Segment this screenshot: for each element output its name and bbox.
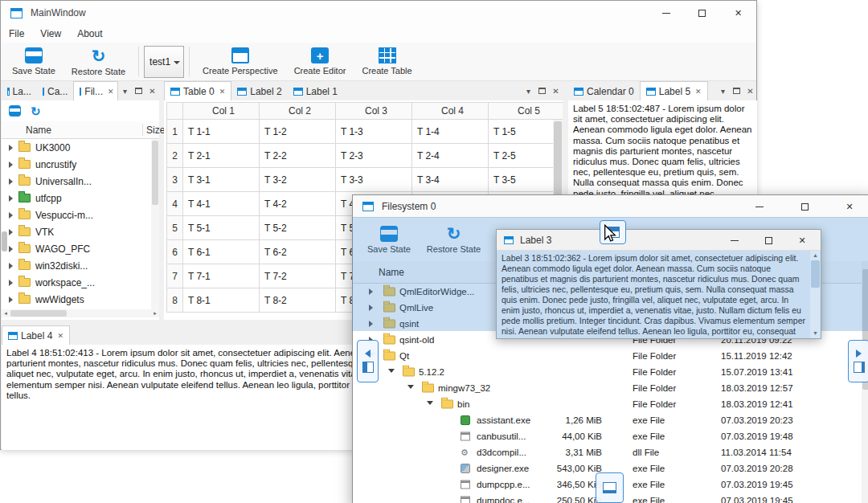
table-cell[interactable]: T 6-2 bbox=[260, 240, 336, 264]
main-titlebar[interactable]: MainWindow ✕ bbox=[1, 1, 756, 25]
tab-close-icon[interactable]: ✕ bbox=[57, 332, 63, 340]
scroll-down-icon[interactable]: ▼ bbox=[813, 329, 818, 338]
table-cell[interactable]: T 7-1 bbox=[183, 264, 260, 288]
maximize-button[interactable] bbox=[782, 195, 827, 218]
tree-item[interactable]: uncrustify bbox=[2, 156, 151, 173]
table-cell[interactable]: T 4-1 bbox=[183, 192, 260, 216]
minimize-button[interactable] bbox=[718, 230, 751, 251]
tree-item[interactable]: UK3000 bbox=[2, 139, 151, 156]
file-row[interactable]: mingw73_32File Folder18.03.2019 12:57 bbox=[353, 380, 862, 396]
table-cell[interactable]: T 2-5 bbox=[489, 144, 563, 168]
close-dock-icon[interactable]: ✕ bbox=[549, 87, 563, 96]
detach-dock-icon[interactable] bbox=[132, 88, 145, 94]
table-cell[interactable]: T 7-2 bbox=[260, 264, 336, 288]
tab-list-menu-icon[interactable]: ▾ bbox=[522, 87, 535, 96]
tab-filesystem[interactable]: Fil... ✕ bbox=[73, 81, 118, 100]
table-cell[interactable]: T 2-2 bbox=[260, 144, 336, 168]
expand-chevron-icon[interactable] bbox=[9, 263, 13, 269]
expand-chevron-icon[interactable] bbox=[9, 280, 13, 286]
restore-state-icon[interactable]: ↻ bbox=[31, 105, 41, 117]
drop-indicator-bottom[interactable] bbox=[596, 472, 624, 503]
column-header[interactable]: Col 1 bbox=[183, 102, 260, 120]
tree-item[interactable]: utfcpp bbox=[2, 190, 151, 207]
expand-chevron-icon[interactable] bbox=[9, 296, 13, 303]
create-table-button[interactable]: Create Table bbox=[354, 43, 420, 80]
row-header[interactable]: 5 bbox=[166, 216, 183, 240]
table-cell[interactable]: T 3-1 bbox=[183, 168, 260, 192]
tab-label-4[interactable]: Label 4 ✕ bbox=[2, 325, 70, 345]
expand-chevron-icon[interactable] bbox=[9, 178, 13, 185]
column-header-name[interactable]: Name bbox=[26, 125, 51, 136]
table-cell[interactable]: T 1-1 bbox=[183, 120, 260, 144]
table-cell[interactable]: T 2-4 bbox=[412, 144, 489, 168]
table-cell[interactable]: T 3-5 bbox=[489, 168, 563, 192]
close-button[interactable]: ✕ bbox=[827, 195, 868, 218]
horizontal-scrollbar[interactable]: ◂ ▸ bbox=[2, 309, 159, 317]
expand-chevron-icon[interactable] bbox=[9, 229, 13, 235]
column-header[interactable]: Col 5 bbox=[489, 102, 563, 120]
table-cell[interactable]: T 1-5 bbox=[489, 120, 563, 144]
tab-labels[interactable]: La... bbox=[2, 82, 37, 100]
scroll-left-icon[interactable]: ◂ bbox=[2, 309, 10, 317]
scrollbar-thumb[interactable] bbox=[2, 231, 7, 251]
row-header[interactable]: 4 bbox=[166, 192, 183, 216]
scrollbar-thumb[interactable] bbox=[152, 141, 158, 205]
column-header[interactable]: Col 2 bbox=[260, 102, 336, 120]
perspective-combobox[interactable]: test1 bbox=[144, 46, 184, 78]
tab-calendar-0[interactable]: Calendar 0 bbox=[568, 82, 640, 100]
filesystem-titlebar[interactable]: Filesystem 0 ✕ bbox=[353, 195, 868, 218]
menu-view[interactable]: View bbox=[32, 28, 69, 39]
table-cell[interactable]: T 1-4 bbox=[412, 120, 489, 144]
column-header[interactable]: Col 3 bbox=[336, 102, 412, 120]
expand-chevron-icon[interactable] bbox=[9, 195, 13, 202]
table-cell[interactable]: T 2-1 bbox=[183, 144, 260, 168]
drop-indicator-left[interactable] bbox=[357, 340, 379, 382]
save-state-button[interactable]: Save State bbox=[4, 43, 63, 80]
table-cell[interactable]: T 1-3 bbox=[336, 120, 412, 144]
table-cell[interactable]: T 5-1 bbox=[183, 216, 260, 240]
tab-close-icon[interactable]: ✕ bbox=[108, 88, 114, 96]
expand-chevron-icon[interactable] bbox=[407, 385, 414, 389]
drop-indicator-right[interactable] bbox=[848, 340, 868, 382]
table-cell[interactable]: T 3-4 bbox=[412, 168, 489, 192]
menu-about[interactable]: About bbox=[69, 28, 110, 39]
tab-table-0[interactable]: Table 0 ✕ bbox=[164, 81, 231, 100]
column-divider[interactable] bbox=[142, 124, 143, 136]
restore-state-button[interactable]: ↻ Restore State bbox=[63, 43, 133, 80]
column-header-size[interactable]: Size bbox=[146, 125, 165, 136]
scrollbar-thumb[interactable] bbox=[10, 310, 67, 317]
tree-item[interactable]: wwWidgets bbox=[2, 291, 151, 308]
file-row[interactable]: binFile Folder18.03.2019 12:41 bbox=[353, 396, 862, 412]
expand-chevron-icon[interactable] bbox=[388, 369, 395, 373]
file-row[interactable]: canbusutil...44,00 KiBexe File07.03.2019… bbox=[353, 428, 862, 444]
table-cell[interactable]: T 4-2 bbox=[260, 192, 336, 216]
table-cell[interactable]: T 3-2 bbox=[260, 168, 336, 192]
detach-dock-icon[interactable] bbox=[535, 88, 549, 94]
row-header[interactable]: 2 bbox=[166, 144, 183, 168]
tab-close-icon[interactable]: ✕ bbox=[695, 88, 702, 96]
file-row[interactable]: ⚙d3dcompil...3,31 MiBdll File11.03.2014 … bbox=[353, 444, 862, 460]
tree-item[interactable]: Vespucci-m... bbox=[2, 207, 151, 223]
close-dock-icon[interactable]: ✕ bbox=[743, 87, 757, 96]
detach-dock-icon[interactable] bbox=[730, 88, 743, 94]
label3-titlebar[interactable]: Label 3 ✕ bbox=[497, 230, 821, 251]
file-row[interactable]: 5.12.2File Folder15.07.2019 13:41 bbox=[353, 364, 862, 380]
scrollbar-thumb[interactable] bbox=[811, 260, 820, 288]
create-perspective-button[interactable]: Create Perspective bbox=[194, 43, 286, 80]
vertical-scrollbar[interactable]: ▲ ▼ bbox=[810, 251, 821, 338]
row-header[interactable]: 7 bbox=[166, 264, 183, 288]
table-cell[interactable]: T 5-2 bbox=[260, 216, 336, 240]
scroll-right-icon[interactable]: ▸ bbox=[151, 309, 159, 317]
close-dock-icon[interactable]: ✕ bbox=[145, 87, 159, 96]
tab-calendar[interactable]: Ca... bbox=[37, 82, 73, 100]
scrollbar-thumb[interactable] bbox=[554, 121, 562, 206]
tab-label-2[interactable]: Label 2 bbox=[231, 82, 287, 100]
table-cell[interactable]: T 8-2 bbox=[260, 288, 336, 313]
tab-list-menu-icon[interactable]: ▾ bbox=[118, 87, 132, 96]
row-header[interactable]: 8 bbox=[166, 288, 183, 313]
vertical-scrollbar[interactable] bbox=[151, 139, 159, 309]
scroll-up-icon[interactable]: ▲ bbox=[813, 251, 818, 260]
minimize-button[interactable] bbox=[737, 195, 782, 218]
row-header[interactable]: 1 bbox=[166, 120, 183, 144]
tab-close-icon[interactable]: ✕ bbox=[219, 88, 226, 96]
